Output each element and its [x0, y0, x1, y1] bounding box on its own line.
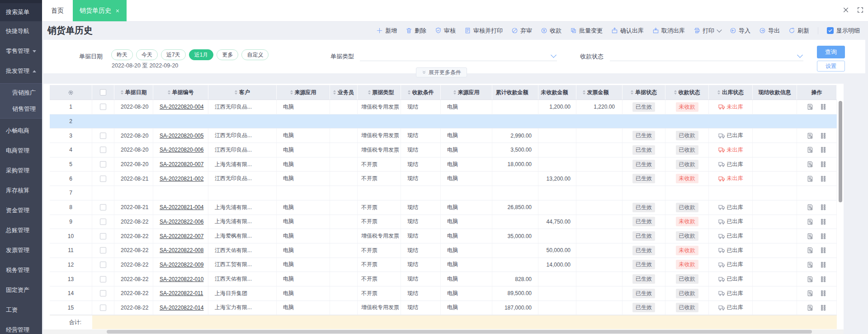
settings-button[interactable]: 设置 — [817, 61, 845, 72]
doc-search-icon[interactable] — [807, 204, 813, 210]
row-checkbox[interactable] — [100, 233, 106, 239]
pill-more[interactable]: 更多 — [217, 49, 238, 60]
sidebar-item-invoice-mgmt[interactable]: 发票管理 — [0, 240, 42, 260]
sort-icon[interactable] — [453, 90, 456, 95]
grid-more-icon[interactable] — [820, 133, 826, 139]
grid-more-icon[interactable] — [820, 233, 826, 239]
checkbox-checked-icon[interactable] — [827, 27, 834, 34]
audit-print-button[interactable]: 审核并打印 — [464, 27, 503, 35]
doc-no-link[interactable]: SA-20220822-014 — [160, 305, 203, 311]
doc-search-icon[interactable] — [807, 247, 813, 253]
doc-no-link[interactable]: SA-20220822-011 — [160, 290, 203, 296]
doc-no-link[interactable]: SA-20220820-007 — [160, 161, 203, 167]
grid-more-icon[interactable] — [820, 247, 826, 253]
column-header-out[interactable]: 出库状态 — [709, 85, 753, 100]
sidebar-item-business-mgmt[interactable]: 经营管理 — [0, 320, 42, 334]
grid-more-icon[interactable] — [820, 104, 826, 110]
row-checkbox[interactable] — [100, 147, 106, 153]
pill-today[interactable]: 今天 — [136, 49, 158, 60]
cancel-outbound-button[interactable]: 取消出库 — [652, 27, 685, 35]
vertical-scrollbar-thumb[interactable] — [839, 101, 842, 202]
doc-no-link[interactable]: SA-20220820-004 — [160, 104, 203, 110]
column-header-cust[interactable]: 客户 — [208, 85, 277, 100]
doc-search-icon[interactable] — [807, 233, 813, 239]
pill-yesterday[interactable]: 昨天 — [111, 49, 133, 60]
doc-no-link[interactable]: SA-20220822-008 — [160, 247, 203, 253]
sort-icon[interactable] — [583, 90, 585, 95]
horizontal-scrollbar[interactable] — [43, 329, 844, 334]
delete-button[interactable]: 删除 — [406, 27, 426, 35]
expand-more-button[interactable]: 展开更多条件 — [416, 67, 467, 77]
doc-no-link[interactable]: SA-20220822-009 — [160, 262, 203, 268]
column-header-src2[interactable]: 来源应用 — [441, 85, 492, 100]
doc-search-icon[interactable] — [807, 290, 813, 296]
column-header-src[interactable]: 来源应用 — [277, 85, 330, 100]
row-checkbox[interactable] — [100, 247, 106, 253]
sort-icon[interactable] — [368, 90, 371, 95]
doc-no-link[interactable]: SA-20220822-010 — [160, 276, 203, 282]
tab-sales-history[interactable]: 销货单历史 — [73, 0, 127, 21]
grid-more-icon[interactable] — [820, 305, 826, 311]
pill-custom[interactable]: 自定义 — [241, 49, 269, 60]
sort-icon[interactable] — [290, 90, 293, 95]
column-header-term[interactable]: 收款条件 — [401, 85, 441, 100]
row-checkbox[interactable] — [100, 161, 106, 167]
close-icon[interactable] — [115, 7, 120, 14]
close-icon[interactable] — [843, 7, 849, 15]
row-checkbox[interactable] — [100, 305, 106, 311]
collect-payment-button[interactable]: 收款 — [541, 27, 561, 35]
doc-search-icon[interactable] — [807, 219, 813, 225]
row-checkbox[interactable] — [100, 176, 106, 182]
row-checkbox[interactable] — [100, 219, 106, 225]
row-checkbox[interactable] — [100, 276, 106, 282]
sort-icon[interactable] — [168, 90, 170, 95]
sidebar-item-wholesale-mgmt[interactable]: 批发管理 — [0, 61, 42, 81]
vertical-scrollbar[interactable] — [838, 100, 843, 315]
column-header-sales[interactable]: 业务员 — [330, 85, 358, 100]
row-checkbox[interactable] — [100, 204, 106, 210]
sort-icon[interactable] — [408, 90, 410, 95]
sidebar-item-quick-nav[interactable]: 快捷导航 — [0, 21, 42, 41]
sidebar-item-xiaochang-ecommerce[interactable]: 小畅电商 — [0, 121, 42, 141]
sidebar-item-retail-mgmt[interactable]: 零售管理 — [0, 41, 42, 61]
grid-more-icon[interactable] — [820, 276, 826, 282]
doc-search-icon[interactable] — [807, 147, 813, 153]
doc-no-link[interactable]: SA-20220821-002 — [160, 176, 203, 182]
grid-more-icon[interactable] — [820, 219, 826, 225]
sort-icon[interactable] — [333, 90, 336, 95]
audit-button[interactable]: 审核 — [435, 27, 456, 35]
row-checkbox[interactable] — [100, 262, 106, 268]
refresh-button[interactable]: 刷新 — [788, 27, 809, 35]
abandon-audit-button[interactable]: 弃审 — [511, 27, 532, 35]
confirm-outbound-button[interactable]: 确认出库 — [611, 27, 644, 35]
doc-no-link[interactable]: SA-20220821-004 — [160, 204, 203, 210]
doc-search-icon[interactable] — [807, 104, 813, 110]
add-button[interactable]: 新增 — [376, 27, 397, 35]
sidebar-item-general-ledger[interactable]: 总账管理 — [0, 220, 42, 240]
sidebar-item-inventory-accounting[interactable]: 库存核算 — [0, 181, 42, 200]
grid-more-icon[interactable] — [820, 176, 826, 182]
horizontal-scrollbar-thumb[interactable] — [107, 330, 812, 334]
doc-no-link[interactable]: SA-20220820-006 — [160, 147, 203, 153]
doc-type-select[interactable] — [360, 51, 557, 61]
row-checkbox[interactable] — [100, 290, 106, 296]
sort-icon[interactable] — [717, 90, 720, 95]
query-button[interactable]: 查询 — [817, 46, 845, 58]
sidebar-item-tax-mgmt[interactable]: 税务管理 — [0, 260, 42, 280]
batch-change-button[interactable]: 批量变更 — [570, 27, 603, 35]
doc-search-icon[interactable] — [807, 305, 813, 311]
row-checkbox[interactable] — [100, 104, 106, 110]
sidebar-item-payroll[interactable]: 工资 — [0, 300, 42, 320]
sort-icon[interactable] — [674, 90, 677, 95]
doc-search-icon[interactable] — [807, 133, 813, 139]
tab-home[interactable]: 首页 — [42, 0, 73, 21]
pill-last1month[interactable]: 近1月 — [189, 49, 214, 60]
column-header-inv[interactable]: 发票金额 — [576, 85, 623, 100]
doc-no-link[interactable]: SA-20220822-006 — [160, 219, 203, 225]
doc-no-link[interactable]: SA-20220820-005 — [160, 133, 203, 139]
column-header-doc[interactable]: 单据编号 — [153, 85, 208, 100]
doc-search-icon[interactable] — [807, 276, 813, 282]
show-detail-toggle[interactable]: 显示明细 — [827, 27, 860, 35]
pill-last7days[interactable]: 近7天 — [161, 49, 186, 60]
doc-search-icon[interactable] — [807, 161, 813, 167]
